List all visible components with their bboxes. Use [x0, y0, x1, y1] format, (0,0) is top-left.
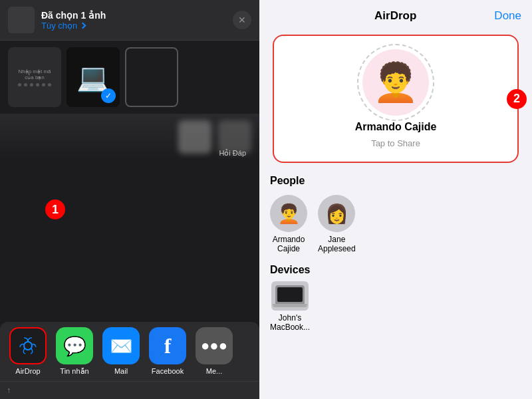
photo-item-empty: [125, 47, 178, 107]
mail-icon: ✉️: [110, 335, 133, 357]
messages-icon-wrap: 💬: [56, 327, 93, 364]
laptop-body: [275, 285, 305, 304]
recipient-name: Armando Cajide: [355, 121, 437, 133]
share-footer: ↑: [0, 381, 259, 399]
done-button[interactable]: Done: [494, 9, 521, 23]
facebook-icon-wrap: f: [149, 327, 186, 364]
right-panel: AirDrop Done 🧑‍🦱 Armando Cajide Tap to S…: [259, 0, 532, 399]
mail-label: Mail: [114, 367, 128, 375]
armando-name: ArmandoCajide: [273, 235, 305, 253]
armando-avatar: 🧑‍🦱: [270, 195, 307, 232]
laptop-base: [273, 304, 307, 307]
laptop-screen: [277, 287, 303, 302]
share-items-row: AirDrop 💬 Tin nhắn ✉️ Mail f: [0, 322, 259, 381]
tap-to-share: Tap to Share: [371, 138, 420, 148]
person-armando[interactable]: 🧑‍🦱 ArmandoCajide: [270, 195, 307, 253]
share-item-mail[interactable]: ✉️ Mail: [100, 327, 142, 376]
mail-icon-wrap: ✉️: [102, 327, 140, 364]
options-link[interactable]: Tùy chọn: [41, 21, 233, 31]
share-item-facebook[interactable]: f Facebook: [146, 327, 189, 376]
svg-point-0: [24, 342, 32, 350]
airdrop-label: AirDrop: [15, 367, 40, 375]
dot3: [30, 83, 33, 86]
hoi-dap-label: Hỏi Đáp: [219, 149, 246, 158]
jane-avatar: 👩: [318, 195, 355, 232]
macbook-name: John'sMacBook...: [270, 313, 310, 332]
macbook-icon: [271, 281, 309, 311]
share-item-airdrop[interactable]: AirDrop: [7, 327, 49, 376]
selected-count: Đã chọn 1 ảnh: [41, 10, 233, 21]
step-1-badge: 1: [45, 200, 65, 219]
chevron-right-icon: [80, 22, 86, 29]
more-icon: ●●●: [201, 337, 227, 354]
right-header: AirDrop Done: [259, 0, 532, 28]
dot6: [48, 83, 51, 86]
share-sheet: AirDrop 💬 Tin nhắn ✉️ Mail f: [0, 322, 259, 399]
share-item-more[interactable]: ●●● Me...: [193, 327, 235, 376]
dot5: [42, 83, 45, 86]
more-icon-wrap: ●●●: [196, 327, 233, 364]
people-section-title: People: [259, 170, 532, 190]
devices-section-title: Devices: [259, 259, 532, 279]
dot4: [36, 83, 39, 86]
phone-dots: [18, 83, 51, 86]
left-header: Đã chọn 1 ảnh Tùy chọn ✕: [0, 0, 259, 41]
jane-name: JaneAppleseed: [318, 235, 356, 253]
photo-item-phone: Nhập mật mã của bạn: [8, 47, 61, 107]
people-row: 🧑‍🦱 ArmandoCajide 👩 JaneAppleseed: [259, 190, 532, 259]
person-jane[interactable]: 👩 JaneAppleseed: [318, 195, 356, 253]
share-footer-text: ↑: [7, 386, 11, 395]
messages-icon: 💬: [63, 335, 86, 357]
dot2: [24, 83, 27, 86]
photo-item-laptop: 💻 ✓: [66, 47, 120, 107]
phone-screen-text: Nhập mật mã của bạn: [13, 68, 56, 80]
airdrop-icon: [17, 335, 39, 356]
airdrop-icon-wrap: [9, 327, 47, 364]
airdrop-title: AirDrop: [297, 9, 494, 23]
airdrop-recipient-card[interactable]: 🧑‍🦱 Armando Cajide Tap to Share 2: [273, 35, 519, 163]
recipient-avatar-ring: 🧑‍🦱: [362, 49, 429, 116]
facebook-icon: f: [164, 334, 172, 358]
dots-ring: [357, 44, 434, 121]
photo-selected-check: ✓: [101, 88, 116, 103]
close-button[interactable]: ✕: [233, 11, 251, 29]
device-macbook[interactable]: John'sMacBook...: [270, 281, 310, 332]
share-item-messages[interactable]: 💬 Tin nhắn: [53, 327, 96, 376]
step-2-badge: 2: [507, 89, 527, 109]
blurred-row: Hỏi Đáp: [0, 114, 259, 160]
left-panel: Đã chọn 1 ảnh Tùy chọn ✕ Nhập mật mã của…: [0, 0, 259, 399]
photo-preview-row: Nhập mật mã của bạn 💻 ✓: [0, 41, 259, 114]
selected-photo-thumb: [8, 7, 35, 33]
more-label: Me...: [206, 367, 222, 375]
messages-label: Tin nhắn: [60, 367, 88, 376]
header-info: Đã chọn 1 ảnh Tùy chọn: [41, 10, 233, 31]
dot1: [18, 83, 21, 86]
devices-row: John'sMacBook...: [259, 279, 532, 334]
facebook-label: Facebook: [152, 367, 184, 375]
